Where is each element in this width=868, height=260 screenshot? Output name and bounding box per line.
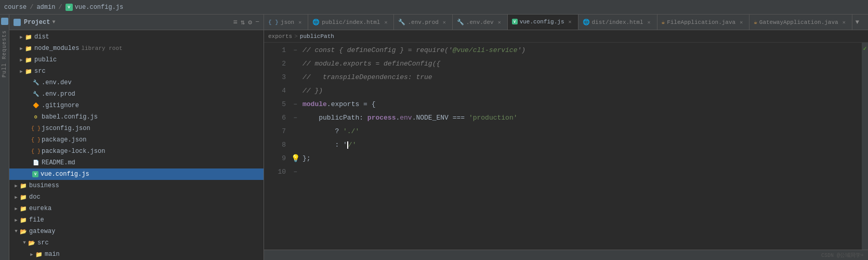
tree-item-package-json[interactable]: ▶ { } package.json <box>9 134 264 146</box>
tree-item-src[interactable]: ▶ 📁 src <box>9 66 264 77</box>
item-name-dist: dist <box>34 33 49 41</box>
code-line-5: module.exports = { <box>303 98 862 111</box>
fold-icon-9[interactable]: − <box>290 165 300 179</box>
tree-item-business[interactable]: ▶ 📁 business <box>9 180 264 191</box>
tree-item-gateway[interactable]: ▼ 📂 gateway <box>9 226 264 237</box>
tab-label-json: json <box>281 19 294 25</box>
arrow-gateway-src: ▼ <box>21 239 28 246</box>
editor-breadcrumb: exports > publicPath <box>264 30 868 43</box>
tree-item-vue-config[interactable]: ▶ V vue.config.js <box>9 168 264 180</box>
code-line-3: // transpileDependencies: true <box>303 71 862 84</box>
breadcrumb-filename: vue.config.js <box>75 4 124 11</box>
tree-item-file[interactable]: ▶ 📁 file <box>9 214 264 226</box>
item-name-public: public <box>34 56 57 63</box>
tab-close-public-index[interactable]: ✕ <box>382 19 389 26</box>
tree-item-jsconfig[interactable]: ▶ { } jsconfig.json <box>9 123 264 134</box>
tab-env-prod[interactable]: 🔧 .env.prod ✕ <box>394 15 452 30</box>
tab-json[interactable]: { } json ✕ <box>264 15 308 30</box>
side-label-text: Pull Requests <box>2 30 7 77</box>
tab-close-json[interactable]: ✕ <box>296 19 304 26</box>
tree-item-babel[interactable]: ▶ ⚙ babel.config.js <box>9 111 264 123</box>
arrow-file: ▶ <box>12 216 20 224</box>
tab-icon-public-index: 🌐 <box>312 19 320 25</box>
item-name-gateway-main: main <box>45 251 60 258</box>
tab-close-gateway-application[interactable]: ✕ <box>840 19 848 26</box>
breadcrumb-admin[interactable]: admin <box>36 4 55 11</box>
library-root-label: library root <box>81 45 122 51</box>
folder-icon-dist: 📁 <box>25 33 32 41</box>
file-icon-package-lock: { } <box>32 148 40 155</box>
item-name-jsconfig: jsconfig.json <box>42 125 90 132</box>
breadcrumb-sep2: / <box>58 4 62 11</box>
item-name-doc: doc <box>29 193 41 201</box>
watermark-text: CSDN @公域同学+ <box>821 252 864 259</box>
tab-dist-index[interactable]: 🌐 dist/index.html ✕ <box>578 15 657 30</box>
breadcrumb-publicPath[interactable]: publicPath <box>300 33 334 40</box>
folder-icon-gateway-main: 📁 <box>35 251 43 258</box>
right-indicator: ✓ <box>862 43 868 250</box>
file-icon-babel: ⚙ <box>32 113 40 121</box>
item-name-file: file <box>29 216 44 224</box>
tree-item-env-dev[interactable]: ▶ 🔧 .env.dev <box>9 77 264 88</box>
tabs-more-button[interactable]: ▼ <box>852 19 862 26</box>
tab-icon-env-prod: 🔧 <box>398 19 405 25</box>
item-name-package-lock: package-lock.json <box>42 148 105 155</box>
settings-button[interactable]: ⚙ <box>248 18 252 27</box>
project-chevron[interactable]: ▼ <box>52 19 55 25</box>
tab-vue-config[interactable]: V vue.config.js ✕ <box>508 15 578 30</box>
tree-actions: ≡ ⇅ ⚙ − <box>233 18 259 27</box>
code-line-10 <box>303 165 862 179</box>
tab-close-env-dev[interactable]: ✕ <box>496 19 503 26</box>
tab-close-dist-index[interactable]: ✕ <box>646 19 653 26</box>
folder-icon-eureka: 📁 <box>20 205 27 212</box>
tab-close-env-prod[interactable]: ✕ <box>441 19 448 26</box>
tree-item-doc[interactable]: ▶ 📁 doc <box>9 191 264 203</box>
arrow-gateway-main: ▶ <box>28 251 35 258</box>
tab-public-index[interactable]: 🌐 public/index.html ✕ <box>308 15 394 30</box>
fold-icon-4[interactable]: − <box>290 98 300 111</box>
tab-file-application[interactable]: ☕ FileApplication.java ✕ <box>657 15 750 30</box>
fold-icon-5[interactable]: − <box>290 111 300 125</box>
tree-item-env-prod[interactable]: ▶ 🔧 .env.prod <box>9 88 264 100</box>
tree-item-node-modules[interactable]: ▶ 📁 node_modules library root <box>9 43 264 54</box>
collapse-all-button[interactable]: ≡ <box>233 18 238 27</box>
file-icon-gitignore: 🔶 <box>32 102 40 109</box>
top-breadcrumb-bar: course / admin / V vue.config.js <box>0 0 868 15</box>
arrow-src: ▶ <box>18 68 25 75</box>
expand-button[interactable]: ⇅ <box>241 18 245 27</box>
fold-icon-1[interactable]: − <box>290 44 300 57</box>
folder-icon-business: 📁 <box>20 182 27 189</box>
tab-icon-vue-config: V <box>512 19 518 24</box>
item-name-readme: README.md <box>42 159 75 166</box>
breadcrumb-course[interactable]: course <box>4 4 27 11</box>
tab-label-dist-index: dist/index.html <box>592 19 643 25</box>
tree-item-dist[interactable]: ▶ 📁 dist <box>9 31 264 43</box>
tree-item-gitignore[interactable]: ▶ 🔶 .gitignore <box>9 100 264 111</box>
code-line-2-text: // module.exports = defineConfig({ <box>303 57 440 71</box>
code-content[interactable]: // const { defineConfig } = require('@vu… <box>300 43 862 250</box>
tree-item-package-lock[interactable]: ▶ { } package-lock.json <box>9 146 264 157</box>
item-name-babel: babel.config.js <box>42 113 98 121</box>
folder-icon-src: 📁 <box>25 68 32 75</box>
code-line-4: // }) <box>303 84 862 98</box>
breadcrumb-exports[interactable]: exports <box>268 33 292 40</box>
minimize-button[interactable]: − <box>255 18 259 26</box>
tab-close-vue-config[interactable]: ✕ <box>567 18 574 25</box>
item-name-env-prod: .env.prod <box>42 90 75 98</box>
tree-item-eureka[interactable]: ▶ 📁 eureka <box>9 203 264 214</box>
editor-area: { } json ✕ 🌐 public/index.html ✕ 🔧 .env.… <box>264 15 868 260</box>
tab-label-public-index: public/index.html <box>322 19 380 25</box>
tab-close-file-application[interactable]: ✕ <box>738 19 745 26</box>
item-name-node-modules: node_modules <box>34 45 79 52</box>
file-icon-jsconfig: { } <box>32 125 40 132</box>
tree-item-gateway-main[interactable]: ▶ 📁 main <box>9 249 264 260</box>
tab-gateway-application[interactable]: ☕ GatewayApplication.java ✕ <box>749 15 852 30</box>
tree-item-readme[interactable]: ▶ 📄 README.md <box>9 157 264 168</box>
tab-icon-json: { } <box>268 19 279 25</box>
project-folder-icon <box>14 19 21 26</box>
item-name-src: src <box>34 68 46 75</box>
tree-item-public[interactable]: ▶ 📁 public <box>9 54 264 66</box>
tree-item-gateway-src[interactable]: ▼ 📂 src <box>9 237 264 249</box>
lightbulb-icon-8[interactable]: 💡 <box>290 152 300 165</box>
tab-env-dev[interactable]: 🔧 .env.dev ✕ <box>453 15 508 30</box>
